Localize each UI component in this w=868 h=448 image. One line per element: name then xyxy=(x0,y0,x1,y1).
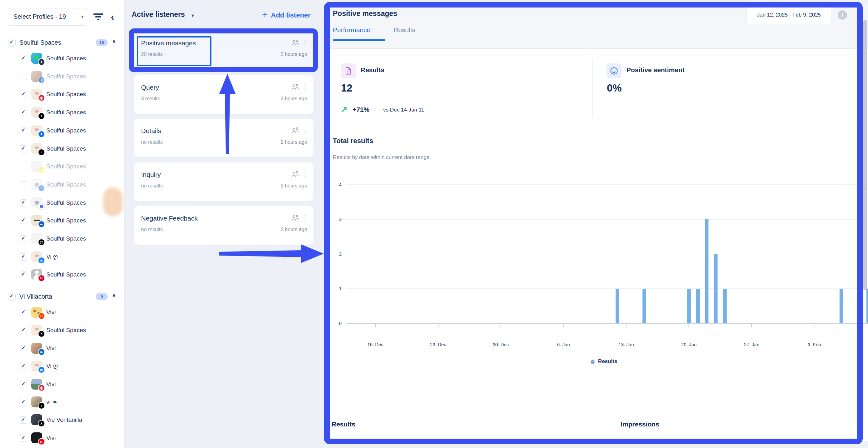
profile-row[interactable]: Soulful Spaces xyxy=(0,88,124,101)
profile-checkbox[interactable] xyxy=(20,253,27,261)
linkedin-icon xyxy=(38,220,45,228)
listener-card[interactable]: Details no results ⋮ 2 hours ago xyxy=(134,119,313,157)
x-icon xyxy=(38,420,45,427)
profile-row[interactable]: Soulful Spaces xyxy=(0,232,124,245)
profile-checkbox[interactable] xyxy=(20,381,27,388)
profile-row[interactable]: vi ❧ xyxy=(0,395,124,409)
profile-checkbox[interactable] xyxy=(20,435,27,442)
profile-label: Vie Ventanilla xyxy=(46,413,82,426)
chevron-down-icon[interactable]: ▾ xyxy=(191,12,194,19)
profile-row[interactable]: Vivi xyxy=(0,342,124,355)
add-listener-button[interactable]: Add listener xyxy=(271,11,311,20)
kebab-menu-icon[interactable]: ⋮ xyxy=(302,126,308,134)
facebook-icon xyxy=(38,131,45,138)
people-icon[interactable] xyxy=(291,171,300,178)
profile-checkbox[interactable] xyxy=(20,109,27,116)
profile-label: Vivi xyxy=(46,378,56,391)
filter-icon[interactable] xyxy=(93,13,104,21)
profile-checkbox[interactable] xyxy=(20,91,27,98)
listener-result-count: no results xyxy=(141,139,163,145)
listener-card[interactable]: Negative Feedback no results ⋮ 2 hours a… xyxy=(134,206,313,245)
people-icon[interactable] xyxy=(291,127,300,134)
profile-checkbox[interactable] xyxy=(20,127,27,134)
profile-checkbox[interactable] xyxy=(20,416,27,424)
profile-checkbox[interactable] xyxy=(20,399,27,406)
chevron-left-icon[interactable]: ‹ xyxy=(111,11,114,23)
listener-title: Details xyxy=(141,127,161,135)
profile-checkbox[interactable] xyxy=(20,271,27,278)
profile-row[interactable]: Soulful Spaces xyxy=(0,52,124,65)
page-scrollbar[interactable] xyxy=(863,20,867,290)
google-business-icon xyxy=(38,185,45,192)
profile-row[interactable]: Vi ღ xyxy=(0,250,124,263)
group-checkbox[interactable] xyxy=(8,39,16,46)
profile-checkbox[interactable] xyxy=(20,145,27,152)
profile-checkbox[interactable] xyxy=(20,363,27,370)
profile-checkbox[interactable] xyxy=(20,345,27,352)
profile-row[interactable]: Soulful Spaces xyxy=(0,70,124,83)
chevron-up-icon[interactable]: ∧ xyxy=(112,292,116,299)
reddit-icon xyxy=(38,312,45,320)
profile-label: Soulful Spaces xyxy=(46,232,86,245)
profile-checkbox[interactable] xyxy=(20,309,27,316)
profile-group-header[interactable]: Vi Villacorta 9 ∧ xyxy=(0,291,124,302)
listener-card[interactable]: Inquiry no results ⋮ 2 hours ago xyxy=(134,163,313,201)
people-icon[interactable] xyxy=(291,214,300,222)
profile-row[interactable]: Soulful Spaces xyxy=(0,160,124,173)
profile-row[interactable]: Soulful Spaces xyxy=(0,142,124,155)
kebab-menu-icon[interactable]: ⋮ xyxy=(302,83,308,91)
profile-label: Soulful Spaces xyxy=(46,124,86,137)
profile-label: Soulful Spaces xyxy=(46,178,86,191)
profile-row[interactable]: Vie Ventanilla xyxy=(0,413,124,426)
plus-icon: + xyxy=(262,9,268,20)
annotation-panel-box xyxy=(324,2,863,444)
listener-result-count: 3 results xyxy=(141,96,160,102)
annotation-title-box xyxy=(137,36,212,66)
chart-bar xyxy=(866,289,868,323)
listener-title: Inquiry xyxy=(141,171,161,178)
profile-checkbox[interactable] xyxy=(20,199,27,207)
profile-group-header[interactable]: Soulful Spaces 10 ∧ xyxy=(0,37,124,48)
profile-label: Soulful Spaces xyxy=(46,268,86,281)
group-checkbox[interactable] xyxy=(8,293,16,301)
profile-checkbox[interactable] xyxy=(20,217,27,224)
profile-selector-label: Select Profiles · 19 xyxy=(13,8,66,25)
profile-row[interactable]: ▦ Soulful Spaces xyxy=(0,178,124,191)
kebab-menu-icon[interactable]: ⋮ xyxy=(302,170,308,178)
group-label: Vi Villacorta xyxy=(20,291,52,302)
profile-row[interactable]: Soulful Spaces xyxy=(0,324,124,337)
listener-card[interactable]: Query 3 results ⋮ 2 hours ago xyxy=(134,75,313,114)
chevron-down-icon: ▾ xyxy=(81,8,84,25)
profile-checkbox[interactable] xyxy=(20,73,27,80)
profile-row[interactable]: Soulful Spaces xyxy=(0,214,124,227)
profile-checkbox[interactable] xyxy=(20,235,27,242)
chevron-up-icon[interactable]: ∧ xyxy=(112,38,116,45)
profile-row[interactable]: Vivi xyxy=(0,378,124,391)
profile-checkbox[interactable] xyxy=(20,55,27,62)
google-business-icon xyxy=(38,203,45,210)
people-icon[interactable] xyxy=(291,83,300,91)
profile-row[interactable]: Vi ღ xyxy=(0,359,124,373)
listener-updated-time: 2 hours ago xyxy=(281,227,307,233)
profile-label: Soulful Spaces xyxy=(46,324,86,337)
listener-result-count: no results xyxy=(141,227,163,233)
profile-label: Soulful Spaces xyxy=(46,196,86,209)
profile-selector-dropdown[interactable]: Select Profiles · 19 ▾ xyxy=(7,8,88,26)
highlight-smudge xyxy=(103,187,123,216)
profile-row[interactable]: Vivi xyxy=(0,432,124,445)
listener-result-count: no results xyxy=(141,183,163,189)
tumblr-icon xyxy=(38,59,45,66)
profile-row[interactable]: Vivi xyxy=(0,306,124,319)
profile-checkbox[interactable] xyxy=(20,163,27,170)
profile-checkbox[interactable] xyxy=(20,181,27,188)
profile-checkbox[interactable] xyxy=(20,327,27,334)
group-count-badge: 9 xyxy=(96,293,107,300)
x-icon xyxy=(38,330,45,337)
profile-row[interactable]: Soulful Spaces xyxy=(0,124,124,137)
profile-row[interactable]: Soulful Spaces xyxy=(0,268,124,281)
kebab-menu-icon[interactable]: ⋮ xyxy=(302,214,308,222)
instagram-icon xyxy=(38,94,45,102)
profile-label: Vi ღ xyxy=(46,250,58,263)
listeners-header: Active listeners xyxy=(132,10,185,19)
profile-row[interactable]: Soulful Spaces xyxy=(0,106,124,119)
